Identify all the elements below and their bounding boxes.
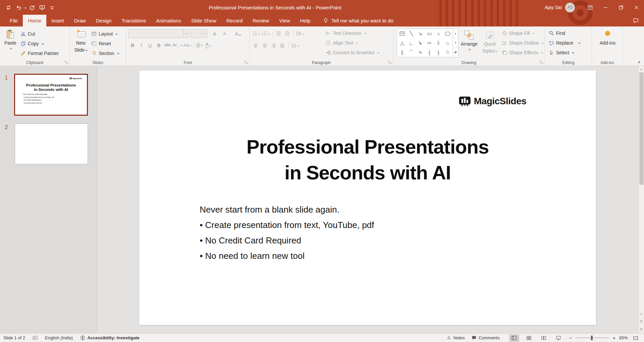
font-size-combobox[interactable] [191, 29, 207, 38]
close-button[interactable] [629, 0, 644, 15]
minimize-button[interactable] [598, 0, 613, 15]
tab-view[interactable]: View [274, 15, 295, 26]
decrease-font-size-button[interactable]: Aˇ [221, 29, 230, 38]
italic-button[interactable]: I [137, 41, 146, 50]
zoom-slider[interactable] [576, 336, 609, 340]
restore-button[interactable] [613, 0, 629, 15]
text-direction-button[interactable]: Text Direction [324, 28, 381, 38]
find-button[interactable]: Find [547, 28, 582, 38]
paragraph-dialog-launcher-icon[interactable] [388, 61, 392, 64]
character-spacing-button[interactable]: AV↔ [172, 41, 183, 50]
shape-rectangle[interactable]: ▭ [427, 31, 432, 37]
decrease-indent-button[interactable] [274, 29, 283, 38]
highlight-color-button[interactable]: ab [195, 41, 204, 50]
text-shadow-button[interactable]: S [154, 41, 163, 50]
language-indicator[interactable]: English (India) [45, 335, 73, 340]
bold-button[interactable]: B [128, 41, 137, 50]
slide-sorter-view-button[interactable] [524, 334, 534, 342]
clear-formatting-button[interactable]: A [234, 29, 242, 38]
change-case-button[interactable]: Aa [183, 41, 192, 50]
section-button[interactable]: Section [90, 48, 121, 58]
shape-triangle[interactable]: △ [400, 40, 404, 46]
bullets-dropdown-icon[interactable] [258, 32, 261, 35]
feedback-icon[interactable] [633, 15, 639, 26]
numbering-dropdown-icon[interactable] [268, 32, 270, 35]
accessibility-status[interactable]: Accessibility: Investigate [80, 335, 139, 340]
line-spacing-dropdown-icon[interactable] [302, 32, 304, 35]
convert-to-smartart-button[interactable]: Convert to SmartArt [324, 48, 381, 57]
format-painter-button[interactable]: Format Painter [19, 48, 61, 58]
zoom-level[interactable]: 85% [619, 335, 628, 340]
shape-elbow-arrow[interactable]: ↳ [418, 40, 423, 46]
highlight-dropdown-icon[interactable] [201, 44, 203, 46]
collapse-ribbon-icon[interactable]: ∧ [638, 60, 641, 64]
slide-editing-area[interactable]: MagicSlides Professional Presentationsin… [139, 70, 596, 325]
strikethrough-button[interactable]: abc [163, 41, 172, 50]
replace-button[interactable]: Replace [547, 38, 582, 48]
font-color-button[interactable]: A [204, 41, 213, 50]
increase-indent-button[interactable] [283, 29, 292, 38]
tab-transitions[interactable]: Transitions [116, 15, 151, 26]
shape-arc[interactable]: ⌒ [409, 49, 414, 56]
columns-button[interactable] [290, 41, 300, 50]
paste-button[interactable]: Paste [2, 27, 19, 59]
drawing-dialog-launcher-icon[interactable] [540, 61, 543, 64]
add-ins-button[interactable]: Add-ins [597, 27, 618, 59]
align-right-button[interactable] [269, 41, 278, 50]
arrange-button[interactable]: Arrange [458, 27, 480, 59]
tab-slideshow[interactable]: Slide Show [186, 15, 221, 26]
clipboard-dialog-launcher-icon[interactable] [64, 61, 68, 64]
slideshow-view-button[interactable] [553, 334, 563, 342]
shape-outline-button[interactable]: Shape Outline [500, 38, 545, 48]
align-left-button[interactable] [252, 41, 260, 50]
justify-button[interactable] [278, 41, 287, 50]
shape-rounded-rectangle[interactable] [445, 32, 450, 36]
font-name-combobox[interactable] [128, 29, 189, 38]
underline-button[interactable]: U [146, 41, 154, 50]
vertical-scrollbar[interactable]: ▲ ▼ [638, 66, 644, 333]
shape-effects-button[interactable]: Shape Effects [500, 48, 545, 57]
tab-help[interactable]: Help [295, 15, 315, 26]
shape-textbox[interactable]: A≡ [400, 32, 405, 36]
cut-button[interactable]: Cut [19, 29, 61, 39]
shape-star[interactable]: ☆ [445, 49, 450, 55]
slide-2-thumbnail[interactable] [15, 123, 88, 164]
character-spacing-dropdown-icon[interactable] [180, 44, 183, 46]
line-spacing-button[interactable] [295, 29, 305, 38]
reading-view-button[interactable] [539, 334, 549, 342]
copy-button[interactable]: Copy [19, 39, 61, 48]
shape-callout[interactable]: ⌂ [446, 40, 449, 46]
align-text-button[interactable]: Align Text [324, 38, 381, 48]
shape-down-arrow[interactable]: ⇩ [436, 40, 441, 46]
columns-dropdown-icon[interactable] [297, 44, 299, 47]
scroll-down-icon[interactable]: ▼ [639, 311, 644, 317]
tab-home[interactable]: Home [23, 15, 46, 26]
shape-elbow[interactable]: ∟ [409, 40, 414, 46]
tell-me-box[interactable]: Tell me what you want to do [323, 15, 393, 26]
zoom-out-button[interactable]: − [568, 335, 573, 341]
font-color-dropdown-icon[interactable] [209, 44, 212, 46]
slide-body-text[interactable]: Never start from a blank slide again. Cr… [200, 202, 374, 264]
change-case-dropdown-icon[interactable] [190, 44, 192, 46]
shape-gallery-down-icon[interactable]: ▼ [453, 38, 458, 47]
new-slide-dropdown-icon[interactable] [85, 49, 88, 51]
slide-indicator[interactable]: Slide 1 of 2 [3, 335, 25, 340]
next-slide-button[interactable] [639, 325, 644, 333]
tab-animations[interactable]: Animations [151, 15, 186, 26]
paste-dropdown-icon[interactable] [10, 47, 12, 49]
shape-curve[interactable]: ∿ [418, 49, 423, 55]
shape-left-brace[interactable]: { [429, 50, 430, 55]
font-dialog-launcher-icon[interactable] [244, 61, 248, 64]
tab-review[interactable]: Review [248, 15, 274, 26]
notes-button[interactable]: Notes [446, 335, 465, 340]
scrollbar-thumb[interactable] [639, 72, 644, 185]
replace-dropdown-icon[interactable] [578, 42, 581, 44]
increase-font-size-button[interactable]: Aˆ [211, 29, 219, 38]
shape-arrow[interactable]: ↘ [418, 31, 423, 37]
ribbon-display-options-button[interactable] [582, 0, 598, 15]
shape-gallery-more-icon[interactable]: ▬▼ [453, 48, 458, 57]
shape-scribble[interactable]: ξ [401, 50, 403, 55]
shape-right-brace[interactable]: } [438, 50, 439, 55]
comments-button[interactable]: Comments [472, 335, 500, 340]
zoom-in-button[interactable]: + [612, 335, 616, 341]
